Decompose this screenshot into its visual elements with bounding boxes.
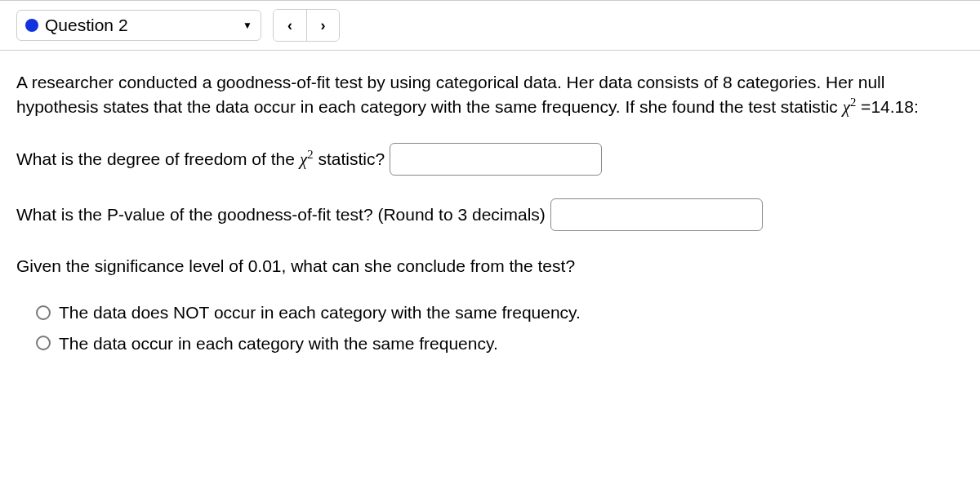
q1-pre: What is the degree of freedom of the	[16, 147, 295, 171]
chevron-left-icon: ‹	[287, 17, 292, 34]
status-dot-icon	[25, 19, 38, 32]
chevron-right-icon: ›	[321, 17, 326, 34]
chi-squared-symbol: χ2	[843, 97, 857, 117]
question-intro: A researcher conducted a goodness-of-fit…	[16, 70, 964, 120]
option-not-same-frequency[interactable]: The data does NOT occur in each category…	[36, 300, 964, 324]
q3-text: Given the significance level of 0.01, wh…	[16, 256, 575, 275]
degrees-of-freedom-input[interactable]	[390, 143, 602, 176]
intro-text-pre: A researcher conducted a goodness-of-fit…	[16, 73, 884, 116]
conclusion-prompt: Given the significance level of 0.01, wh…	[16, 254, 964, 278]
intro-post: :	[914, 97, 919, 116]
question-selector[interactable]: Question 2 ▼	[16, 10, 261, 41]
question-content: A researcher conducted a goodness-of-fit…	[0, 51, 980, 381]
option-label: The data occur in each category with the…	[59, 331, 498, 355]
top-bar: Question 2 ▼ ‹ ›	[0, 1, 980, 51]
chi-letter-q1: χ	[300, 149, 307, 169]
q1-post: statistic?	[318, 147, 385, 171]
p-value-row: What is the P-value of the goodness-of-f…	[16, 198, 964, 231]
option-label: The data does NOT occur in each category…	[59, 300, 581, 324]
question-selector-label: Question 2	[45, 16, 128, 35]
test-statistic-value: 14.18	[871, 97, 914, 116]
degrees-of-freedom-row: What is the degree of freedom of the χ2 …	[16, 143, 964, 176]
next-button[interactable]: ›	[306, 10, 339, 41]
question-selector-left: Question 2	[25, 16, 128, 35]
radio-icon[interactable]	[36, 305, 51, 320]
chi-letter: χ	[843, 97, 850, 117]
q2-text: What is the P-value of the goodness-of-f…	[16, 202, 546, 226]
nav-buttons: ‹ ›	[273, 9, 340, 42]
caret-down-icon: ▼	[243, 20, 252, 31]
chi-squared-symbol-q1: χ2	[300, 146, 314, 171]
radio-icon[interactable]	[36, 336, 51, 350]
p-value-input[interactable]	[550, 198, 763, 231]
chi-exponent-q1: 2	[307, 148, 313, 161]
prev-button[interactable]: ‹	[274, 10, 306, 41]
option-same-frequency[interactable]: The data occur in each category with the…	[36, 331, 964, 355]
intro-mid: =	[856, 97, 871, 116]
conclusion-options: The data does NOT occur in each category…	[16, 300, 964, 355]
